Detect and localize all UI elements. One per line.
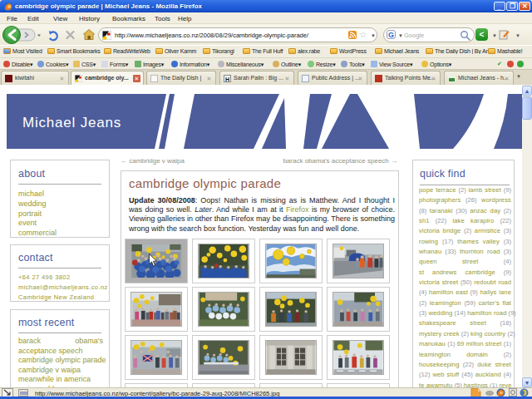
svg-text:Michael Jeans: Michael Jeans	[22, 115, 121, 131]
